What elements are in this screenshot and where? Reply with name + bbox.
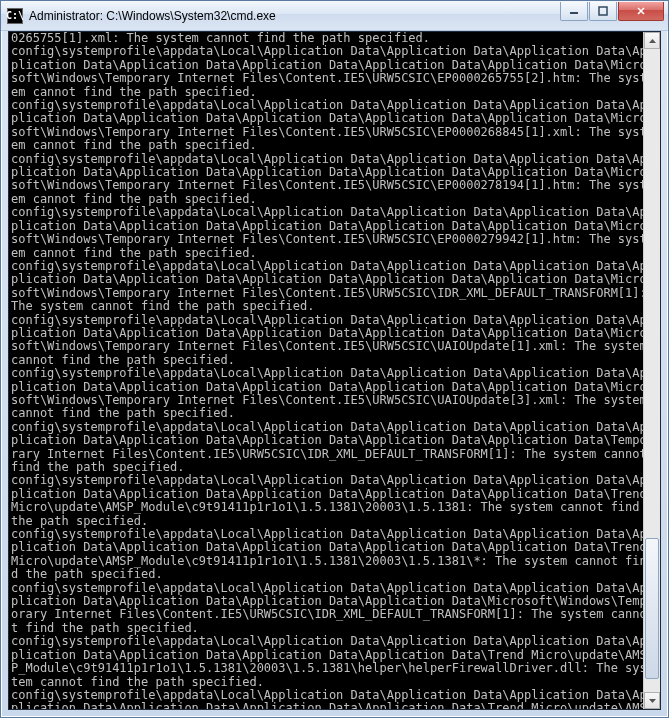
maximize-button[interactable]: [589, 2, 617, 21]
terminal-line: config\systemprofile\appdata\Local\Appli…: [11, 314, 647, 368]
terminal-line: config\systemprofile\appdata\Local\Appli…: [11, 45, 647, 99]
scroll-up-button[interactable]: [644, 32, 660, 49]
cmd-window: C:\ Administrator: C:\Windows\System32\c…: [0, 0, 669, 718]
terminal-line: config\systemprofile\appdata\Local\Appli…: [11, 260, 647, 314]
terminal-line: config\systemprofile\appdata\Local\Appli…: [11, 474, 647, 528]
terminal-line: config\systemprofile\appdata\Local\Appli…: [11, 206, 647, 260]
terminal-line: config\systemprofile\appdata\Local\Appli…: [11, 635, 647, 689]
terminal-line: config\systemprofile\appdata\Local\Appli…: [11, 99, 647, 153]
chevron-up-icon: [649, 39, 656, 43]
terminal-line: config\systemprofile\appdata\Local\Appli…: [11, 528, 647, 582]
cmd-icon: C:\: [7, 8, 23, 24]
minimize-button[interactable]: [560, 2, 588, 21]
terminal-line: config\systemprofile\appdata\Local\Appli…: [11, 421, 647, 475]
window-title: Administrator: C:\Windows\System32\cmd.e…: [29, 9, 560, 23]
close-button[interactable]: [618, 2, 664, 21]
svg-rect-0: [570, 12, 578, 14]
vertical-scrollbar[interactable]: [643, 32, 660, 709]
svg-marker-2: [649, 39, 656, 43]
svg-marker-3: [649, 699, 656, 703]
svg-rect-1: [599, 7, 607, 15]
terminal-line: config\systemprofile\appdata\Local\Appli…: [11, 689, 647, 710]
client-area: 0265755[1].xml: The system cannot find t…: [8, 31, 661, 710]
terminal-line: config\systemprofile\appdata\Local\Appli…: [11, 367, 647, 421]
scroll-down-button[interactable]: [644, 692, 660, 709]
terminal-line: config\systemprofile\appdata\Local\Appli…: [11, 153, 647, 207]
terminal-line: config\systemprofile\appdata\Local\Appli…: [11, 582, 647, 636]
maximize-icon: [598, 6, 608, 16]
minimize-icon: [569, 6, 579, 16]
window-buttons: [560, 2, 664, 22]
terminal-line: 0265755[1].xml: The system cannot find t…: [11, 32, 647, 45]
terminal-output[interactable]: 0265755[1].xml: The system cannot find t…: [9, 32, 649, 710]
chevron-down-icon: [649, 699, 656, 703]
scrollbar-track[interactable]: [644, 49, 660, 692]
scrollbar-thumb[interactable]: [645, 538, 659, 679]
titlebar[interactable]: C:\ Administrator: C:\Windows\System32\c…: [1, 1, 668, 31]
close-icon: [636, 6, 646, 16]
